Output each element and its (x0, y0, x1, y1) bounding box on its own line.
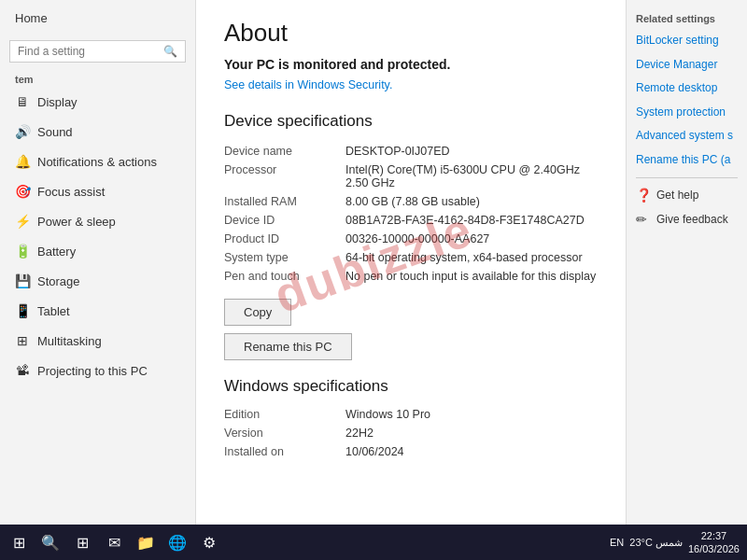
sidebar-item-label: Projecting to this PC (37, 364, 148, 378)
win-spec-value: 10/06/2024 (345, 442, 598, 461)
spec-label: Installed RAM (224, 192, 345, 211)
sidebar-item-notifications[interactable]: 🔔 Notifications & actions (0, 147, 195, 176)
table-row: Installed RAM8.00 GB (7.88 GB usable) (224, 192, 598, 211)
protection-text: Your PC is monitored and protected. (224, 57, 598, 72)
device-section-title: Device specifications (224, 112, 598, 131)
taskbar-clock[interactable]: 22:37 16/03/2026 (688, 529, 740, 556)
windows-section-title: Windows specifications (224, 377, 598, 396)
sidebar-item-power[interactable]: ⚡ Power & sleep (0, 206, 195, 236)
table-row: Pen and touchNo pen or touch input is av… (224, 267, 598, 286)
feedback-icon: ✏ (636, 212, 651, 227)
sidebar-section-label: tem (0, 70, 195, 87)
language-indicator: EN (610, 537, 624, 548)
spec-label: System type (224, 248, 345, 267)
related-remote-desktop[interactable]: Remote desktop (636, 81, 738, 96)
sidebar-item-label: Sound (37, 125, 73, 139)
sidebar-item-tablet[interactable]: 📱 Tablet (0, 296, 195, 326)
display-icon: 🖥 (15, 94, 30, 109)
spec-value: 8.00 GB (7.88 GB usable) (345, 192, 598, 211)
taskbar-right: EN 23°C شمس 22:37 16/03/2026 (610, 529, 743, 556)
sidebar-item-label: Power & sleep (37, 215, 116, 229)
windows-specs-table: EditionWindows 10 ProVersion22H2Installe… (224, 405, 598, 461)
related-settings-label: Related settings (636, 13, 738, 24)
related-system-protection[interactable]: System protection (636, 105, 738, 120)
win-spec-label: Edition (224, 405, 345, 424)
storage-icon: 💾 (15, 273, 30, 288)
right-panel: Related settings BitLocker setting Devic… (626, 0, 747, 525)
tablet-icon: 📱 (15, 303, 30, 318)
taskbar: ⊞ 🔍 ⊞ ✉ 📁 🌐 ⚙ EN 23°C شمس 22:37 16/03/20… (0, 525, 747, 560)
notifications-icon: 🔔 (15, 154, 30, 169)
spec-value: 00326-10000-00000-AA627 (345, 230, 598, 248)
spec-value: Intel(R) Core(TM) i5-6300U CPU @ 2.40GHz… (345, 161, 598, 192)
security-link[interactable]: See details in Windows Security. (224, 78, 392, 91)
give-feedback-label: Give feedback (656, 213, 728, 226)
spec-label: Product ID (224, 230, 345, 248)
spec-label: Device name (224, 142, 345, 161)
search-input[interactable] (18, 45, 163, 58)
table-row: Device ID08B1A72B-FA3E-4162-84D8-F3E1748… (224, 211, 598, 230)
table-row: Installed on10/06/2024 (224, 442, 598, 461)
win-spec-value: Windows 10 Pro (345, 405, 598, 424)
table-row: Device nameDESKTOP-0IJ07ED (224, 142, 598, 161)
sidebar-search-container: 🔍 (9, 40, 186, 63)
copy-button[interactable]: Copy (224, 299, 291, 326)
sidebar-item-multitasking[interactable]: ⊞ Multitasking (0, 326, 195, 356)
spec-value: 64-bit operating system, x64-based proce… (345, 248, 598, 267)
spec-value: DESKTOP-0IJ07ED (345, 142, 598, 161)
related-advanced-system[interactable]: Advanced system s (636, 129, 738, 144)
sidebar-item-label: Multitasking (37, 334, 102, 348)
device-specs-table: Device nameDESKTOP-0IJ07EDProcessorIntel… (224, 142, 598, 286)
rename-pc-button[interactable]: Rename this PC (224, 333, 352, 360)
projecting-icon: 📽 (15, 363, 30, 378)
get-help-action[interactable]: ❓ Get help (636, 188, 738, 203)
start-button[interactable]: ⊞ (4, 527, 34, 557)
sidebar-item-label: Display (37, 95, 78, 109)
table-row: Version22H2 (224, 424, 598, 442)
sidebar-item-label: Focus assist (37, 185, 105, 199)
spec-label: Pen and touch (224, 267, 345, 286)
main-content: About Your PC is monitored and protected… (196, 0, 626, 525)
sidebar-item-label: Tablet (37, 304, 70, 318)
spec-value: 08B1A72B-FA3E-4162-84D8-F3E1748CA27D (345, 211, 598, 230)
table-row: EditionWindows 10 Pro (224, 405, 598, 424)
browser-icon[interactable]: 🌐 (162, 527, 192, 557)
sound-icon: 🔊 (15, 124, 30, 139)
sidebar-item-storage[interactable]: 💾 Storage (0, 266, 195, 296)
sidebar-item-label: Battery (37, 245, 76, 259)
settings-icon[interactable]: ⚙ (194, 527, 224, 557)
table-row: ProcessorIntel(R) Core(TM) i5-6300U CPU … (224, 161, 598, 192)
table-row: System type64-bit operating system, x64-… (224, 248, 598, 267)
folder-icon[interactable]: 📁 (131, 527, 161, 557)
sidebar-item-label: Storage (37, 274, 80, 288)
related-rename-pc[interactable]: Rename this PC (a (636, 153, 738, 168)
spec-label: Processor (224, 161, 345, 192)
clock-date: 16/03/2026 (688, 542, 740, 555)
spec-value: No pen or touch input is available for t… (345, 267, 598, 286)
sidebar: Home 🔍 tem 🖥 Display 🔊 Sound 🔔 Notificat… (0, 0, 196, 525)
sidebar-item-label: Notifications & actions (37, 155, 157, 169)
power-icon: ⚡ (15, 214, 30, 229)
win-spec-label: Installed on (224, 442, 345, 461)
sidebar-item-display[interactable]: 🖥 Display (0, 87, 195, 117)
search-icon: 🔍 (163, 45, 177, 58)
sidebar-home[interactable]: Home (0, 0, 195, 36)
related-device-manager[interactable]: Device Manager (636, 58, 738, 73)
help-icon: ❓ (636, 188, 651, 203)
sidebar-item-sound[interactable]: 🔊 Sound (0, 117, 195, 147)
page-title: About (224, 19, 598, 48)
win-spec-label: Version (224, 424, 345, 442)
get-help-label: Get help (656, 189, 698, 202)
mail-icon[interactable]: ✉ (99, 527, 129, 557)
task-view-button[interactable]: ⊞ (67, 527, 97, 557)
battery-icon: 🔋 (15, 244, 30, 259)
spec-label: Device ID (224, 211, 345, 230)
sidebar-item-projecting[interactable]: 📽 Projecting to this PC (0, 356, 195, 385)
sidebar-item-battery[interactable]: 🔋 Battery (0, 236, 195, 266)
sidebar-item-focus[interactable]: 🎯 Focus assist (0, 176, 195, 206)
search-button[interactable]: 🔍 (35, 527, 65, 557)
weather-temp: 23°C شمس (629, 537, 683, 549)
give-feedback-action[interactable]: ✏ Give feedback (636, 212, 738, 227)
related-bitlocker[interactable]: BitLocker setting (636, 34, 738, 49)
win-spec-value: 22H2 (345, 424, 598, 442)
